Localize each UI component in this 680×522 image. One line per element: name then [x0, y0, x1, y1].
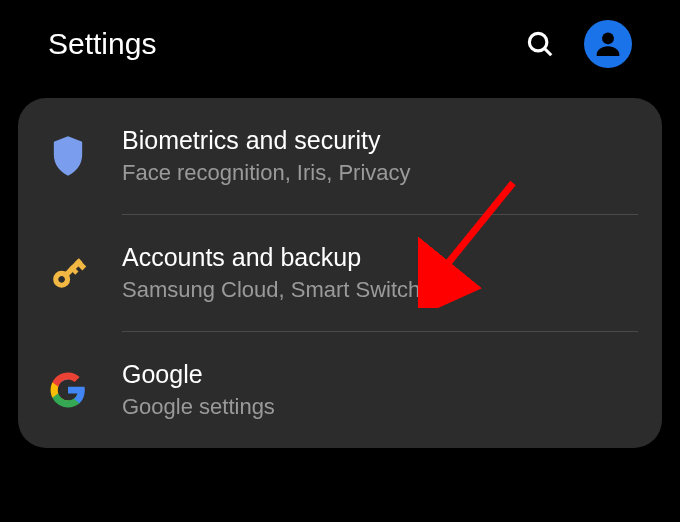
item-title: Google: [122, 360, 638, 389]
key-icon: [46, 251, 90, 295]
settings-item-accounts[interactable]: Accounts and backup Samsung Cloud, Smart…: [18, 215, 662, 331]
item-text: Accounts and backup Samsung Cloud, Smart…: [122, 243, 638, 303]
item-title: Biometrics and security: [122, 126, 638, 155]
item-subtitle: Samsung Cloud, Smart Switch: [122, 277, 638, 303]
item-title: Accounts and backup: [122, 243, 638, 272]
item-subtitle: Face recognition, Iris, Privacy: [122, 160, 638, 186]
search-icon: [525, 29, 555, 59]
item-text: Biometrics and security Face recognition…: [122, 126, 638, 186]
item-text: Google Google settings: [122, 360, 638, 420]
profile-button[interactable]: [584, 20, 632, 68]
item-subtitle: Google settings: [122, 394, 638, 420]
google-icon: [46, 368, 90, 412]
settings-item-biometrics[interactable]: Biometrics and security Face recognition…: [18, 98, 662, 214]
page-title: Settings: [48, 27, 156, 61]
svg-point-0: [529, 33, 547, 51]
person-icon: [591, 27, 625, 61]
svg-line-1: [545, 49, 552, 56]
shield-icon: [46, 134, 90, 178]
header-actions: [522, 20, 632, 68]
settings-item-google[interactable]: Google Google settings: [18, 332, 662, 448]
search-button[interactable]: [522, 26, 558, 62]
svg-point-2: [602, 32, 614, 44]
settings-header: Settings: [0, 0, 680, 98]
settings-card: Biometrics and security Face recognition…: [18, 98, 662, 448]
